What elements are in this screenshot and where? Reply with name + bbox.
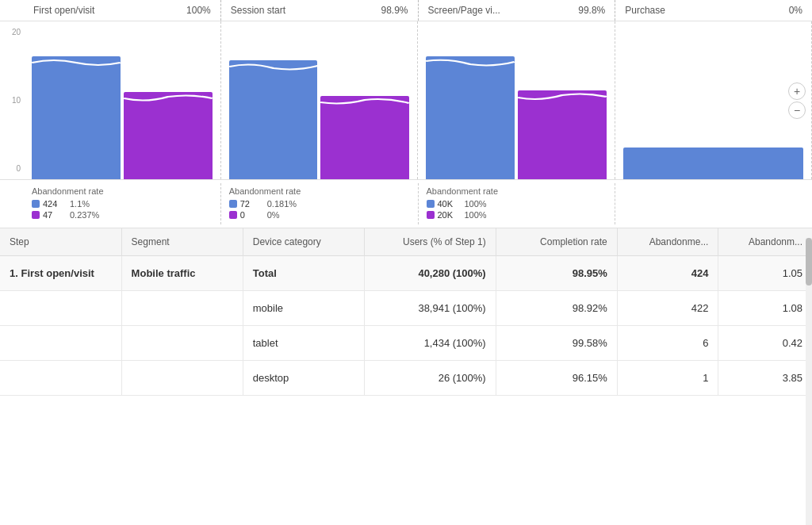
chart-col-4 xyxy=(615,21,813,179)
ab-num-2-2: 0 xyxy=(240,210,264,220)
td-segment-3 xyxy=(121,326,243,361)
step-name-2: Session start xyxy=(231,5,378,16)
ab-pct-1-2: 0.237% xyxy=(70,210,99,220)
app-container: First open/visit 100% Session start 98.9… xyxy=(0,0,812,396)
data-table: Step Segment Device category Users (% of… xyxy=(0,228,812,396)
y-label-0: 0 xyxy=(3,164,21,173)
bar-purple-3 xyxy=(518,90,607,179)
bar-purple-1 xyxy=(124,92,213,179)
td-completion-4: 96.15% xyxy=(496,361,617,396)
ab-num-1-2: 47 xyxy=(43,210,67,220)
zoom-controls[interactable]: + − xyxy=(788,82,806,119)
bar-blue-2 xyxy=(229,60,318,179)
td-step-3 xyxy=(0,326,121,361)
td-step-4 xyxy=(0,361,121,396)
chart-header-item-4: Purchase 0% xyxy=(615,0,812,21)
y-label-10: 10 xyxy=(3,96,21,105)
abandonment-col-1: Abandonment rate 424 1.1% 47 0.237% xyxy=(24,183,221,224)
td-users-3: 1,434 (100%) xyxy=(364,326,496,361)
th-abandon2: Abandonm... xyxy=(718,228,812,256)
th-users: Users (% of Step 1) xyxy=(364,228,496,256)
ab-pct-1-1: 1.1% xyxy=(70,199,90,209)
dot-purple-2 xyxy=(229,211,237,219)
td-device-1: Total xyxy=(243,256,364,291)
bar-group-1 xyxy=(32,52,213,179)
th-device: Device category xyxy=(243,228,364,256)
td-abandon2-2: 1.08 xyxy=(718,291,812,326)
td-abandon1-2: 422 xyxy=(617,291,718,326)
ab-pct-2-2: 0% xyxy=(267,210,280,220)
th-step: Step xyxy=(0,228,121,256)
abandon-row-1-1: 424 1.1% xyxy=(32,199,213,209)
td-users-2: 38,941 (100%) xyxy=(364,291,496,326)
bar-blue-4 xyxy=(623,148,804,179)
abandon-label-3: Abandonment rate xyxy=(427,186,607,196)
table-row-1: 1. First open/visit Mobile traffic Total… xyxy=(0,256,812,291)
abandon-label-2: Abandonment rate xyxy=(229,186,410,196)
dot-purple-3 xyxy=(427,211,435,219)
ab-num-1-1: 424 xyxy=(43,199,67,209)
td-device-2: mobile xyxy=(243,291,364,326)
step-pct-3: 99.8% xyxy=(578,5,605,16)
abandon-label-1: Abandonment rate xyxy=(32,186,213,196)
td-abandon1-3: 6 xyxy=(617,326,718,361)
step-pct-2: 98.9% xyxy=(381,5,408,16)
td-completion-3: 99.58% xyxy=(496,326,617,361)
td-abandon2-3: 0.42 xyxy=(718,326,812,361)
bar-group-3 xyxy=(426,52,607,179)
chart-header: First open/visit 100% Session start 98.9… xyxy=(0,0,812,21)
abandonment-col-4 xyxy=(615,183,812,224)
zoom-out-button[interactable]: − xyxy=(788,102,806,119)
table-section: Step Segment Device category Users (% of… xyxy=(0,228,812,396)
th-segment: Segment xyxy=(121,228,243,256)
td-segment-2 xyxy=(121,291,243,326)
td-step-2 xyxy=(0,291,121,326)
ab-num-2-1: 72 xyxy=(240,199,264,209)
td-users-4: 26 (100%) xyxy=(364,361,496,396)
table-header-row: Step Segment Device category Users (% of… xyxy=(0,228,812,256)
chart-bars: + − xyxy=(24,21,812,179)
ab-num-3-2: 20K xyxy=(438,210,462,220)
ab-pct-3-2: 100% xyxy=(465,210,487,220)
step-pct-1: 100% xyxy=(186,5,211,16)
dot-blue-2 xyxy=(229,200,237,208)
table-row-3: tablet 1,434 (100%) 99.58% 6 0.42 xyxy=(0,326,812,361)
chart-area: 20 10 0 xyxy=(0,21,812,180)
step-name-3: Screen/Page vi... xyxy=(428,5,576,16)
ab-num-3-1: 40K xyxy=(438,199,462,209)
abandonment-col-3: Abandonment rate 40K 100% 20K 100% xyxy=(419,183,616,224)
dot-purple-1 xyxy=(32,211,40,219)
td-device-3: tablet xyxy=(243,326,364,361)
y-axis: 20 10 0 xyxy=(0,21,24,179)
step-name-1: First open/visit xyxy=(33,5,183,16)
table-row-2: mobile 38,941 (100%) 98.92% 422 1.08 xyxy=(0,291,812,326)
abandon-row-3-2: 20K 100% xyxy=(427,210,607,220)
abandon-row-2-2: 0 0% xyxy=(229,210,410,220)
abandonment-col-2: Abandonment rate 72 0.181% 0 0% xyxy=(221,183,419,224)
step-pct-4: 0% xyxy=(789,5,802,16)
chart-header-item-3: Screen/Page vi... 99.8% xyxy=(419,0,616,21)
ab-pct-3-1: 100% xyxy=(465,199,487,209)
bar-group-2 xyxy=(229,52,410,179)
chart-header-item-2: Session start 98.9% xyxy=(221,0,419,21)
abandon-row-3-1: 40K 100% xyxy=(427,199,607,209)
step-name-4: Purchase xyxy=(625,5,785,16)
bar-blue-3 xyxy=(426,56,515,179)
td-abandon2-4: 3.85 xyxy=(718,361,812,396)
td-completion-2: 98.92% xyxy=(496,291,617,326)
chart-col-2 xyxy=(221,21,419,179)
td-completion-1: 98.95% xyxy=(496,256,617,291)
scrollbar-thumb[interactable] xyxy=(806,238,812,285)
abandon-row-1-2: 47 0.237% xyxy=(32,210,213,220)
td-abandon1-1: 424 xyxy=(617,256,718,291)
td-users-1: 40,280 (100%) xyxy=(364,256,496,291)
dot-blue-1 xyxy=(32,200,40,208)
td-abandon2-1: 1.05 xyxy=(718,256,812,291)
bar-blue-1 xyxy=(32,56,121,179)
abandon-row-2-1: 72 0.181% xyxy=(229,199,410,209)
zoom-in-button[interactable]: + xyxy=(788,82,806,100)
td-device-4: desktop xyxy=(243,361,364,396)
th-abandon1: Abandonme... xyxy=(617,228,718,256)
table-row-4: desktop 26 (100%) 96.15% 1 3.85 xyxy=(0,361,812,396)
scrollbar[interactable] xyxy=(806,238,812,525)
